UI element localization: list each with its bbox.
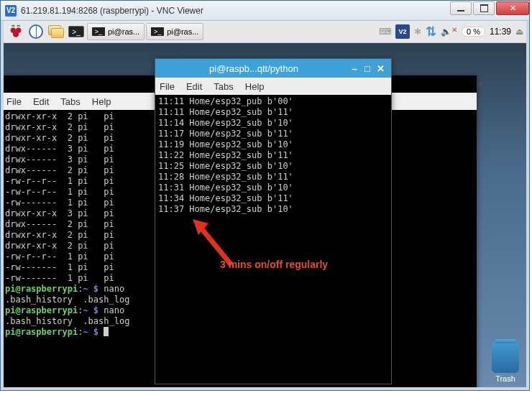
front-terminal-title: pi@raspb...qtt/python bbox=[160, 63, 348, 74]
window-titlebar[interactable]: V2 61.219.81.194:8268 (raspberrypi) - VN… bbox=[1, 1, 529, 21]
trash-icon bbox=[492, 343, 519, 373]
trash-desktop-icon[interactable]: Trash bbox=[492, 343, 519, 383]
window-title: 61.219.81.194:8268 (raspberrypi) - VNC V… bbox=[21, 6, 449, 16]
menu-help[interactable]: Help bbox=[245, 81, 265, 92]
minimize-button[interactable] bbox=[450, 1, 472, 15]
front-minimize-button[interactable]: – bbox=[348, 63, 361, 74]
taskbar-task-1[interactable]: >_ pi@ras... bbox=[87, 23, 145, 40]
taskbar: >_ pi@ras... >_ pi@ras... ⌨ V2 ✱ ⇅ 🔈✕ 0 … bbox=[4, 21, 526, 43]
cpu-percent[interactable]: 0 % bbox=[462, 27, 485, 37]
file-manager-icon[interactable] bbox=[47, 23, 65, 40]
svg-point-2 bbox=[13, 32, 19, 37]
task-label: pi@ras... bbox=[167, 27, 198, 36]
vnc-icon: V2 bbox=[5, 5, 17, 17]
maximize-button[interactable] bbox=[473, 1, 495, 15]
menu-edit[interactable]: Edit bbox=[186, 81, 202, 92]
clock[interactable]: 11:39 bbox=[490, 27, 511, 37]
raspberry-menu-icon[interactable] bbox=[6, 23, 25, 40]
menu-help[interactable]: Help bbox=[92, 96, 111, 107]
front-terminal-titlebar[interactable]: pi@raspb...qtt/python – □ ✕ bbox=[155, 59, 391, 78]
window-controls: ✕ bbox=[449, 1, 529, 20]
menu-tabs[interactable]: Tabs bbox=[60, 96, 80, 107]
menu-edit[interactable]: Edit bbox=[33, 96, 49, 107]
front-terminal-body[interactable]: 11:11 Home/esp32_pub b'00' 11:11 Home/es… bbox=[155, 95, 391, 216]
terminal-launcher-icon[interactable] bbox=[67, 23, 86, 40]
vnc-tray-icon[interactable]: V2 bbox=[395, 24, 410, 39]
menu-file[interactable]: File bbox=[6, 96, 22, 107]
front-close-button[interactable]: ✕ bbox=[374, 63, 387, 74]
bluetooth-icon[interactable]: ✱ bbox=[414, 27, 421, 37]
trash-label: Trash bbox=[492, 374, 519, 383]
front-maximize-button[interactable]: □ bbox=[361, 63, 374, 74]
menu-file[interactable]: File bbox=[160, 81, 175, 92]
browser-icon[interactable] bbox=[27, 23, 45, 40]
terminal-mini-icon: >_ bbox=[151, 27, 164, 36]
network-icon[interactable]: ⇅ bbox=[426, 24, 436, 40]
keyboard-icon[interactable]: ⌨ bbox=[379, 27, 391, 37]
taskbar-task-2[interactable]: >_ pi@ras... bbox=[146, 23, 203, 40]
foreground-terminal[interactable]: pi@raspb...qtt/python – □ ✕ File Edit Ta… bbox=[155, 58, 392, 384]
vnc-window: V2 61.219.81.194:8268 (raspberrypi) - VN… bbox=[0, 0, 530, 391]
eject-icon[interactable]: ⏏ bbox=[515, 27, 523, 37]
system-tray: ⌨ V2 ✱ ⇅ 🔈✕ 0 % 11:39 ⏏ bbox=[379, 24, 523, 40]
menu-tabs[interactable]: Tabs bbox=[214, 81, 233, 92]
close-button[interactable]: ✕ bbox=[496, 1, 529, 15]
task-label: pi@ras... bbox=[108, 27, 139, 36]
front-terminal-menu: File Edit Tabs Help bbox=[155, 78, 391, 95]
sound-icon[interactable]: 🔈✕ bbox=[441, 27, 457, 37]
terminal-mini-icon: >_ bbox=[92, 27, 105, 36]
remote-desktop: >_ pi@ras... >_ pi@ras... ⌨ V2 ✱ ⇅ 🔈✕ 0 … bbox=[4, 21, 526, 387]
